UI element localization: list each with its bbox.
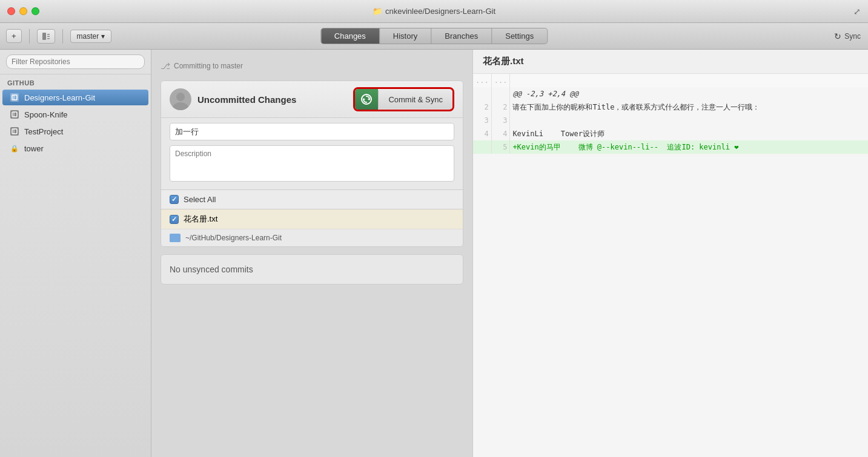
sidebar-item-spoon-knife[interactable]: Spoon-Knife (2, 107, 148, 122)
tab-settings[interactable]: Settings (492, 28, 547, 44)
sync-icon: ↻ (834, 31, 841, 41)
minimize-button[interactable] (19, 7, 27, 15)
commit-header: ⎇ Committing to master (161, 59, 463, 73)
sidebar: GITHUB Designers-Learn-Git (0, 50, 151, 457)
sidebar-icon (42, 33, 50, 40)
book-icon-3 (12, 128, 18, 134)
line-num-right: 4 (491, 127, 510, 140)
table-row: 3 3 (473, 114, 868, 127)
repo-icon-spoon-knife (10, 110, 19, 119)
committing-to-label: Committing to master (174, 62, 243, 70)
file-row: 花名册.txt (161, 209, 463, 229)
table-row: 2 2 请在下面加上你的昵称和Title，或者联系方式什么都行，注意一人一行哦： (473, 100, 868, 114)
line-num-left (473, 87, 491, 100)
commit-description-input[interactable] (170, 145, 454, 182)
folder-path-label: ~/GitHub/Designers-Learn-Git (185, 234, 282, 242)
tab-branches[interactable]: Branches (431, 28, 492, 44)
sync-circle-icon (361, 94, 372, 105)
sync-button[interactable]: ↻ Sync (834, 31, 861, 41)
user-avatar (170, 88, 191, 110)
table-row: ... ... (473, 74, 868, 87)
folder-icon-svg (170, 234, 181, 242)
svg-rect-8 (12, 129, 17, 134)
toolbar: + master ▾ Changes History Branches Sett… (0, 23, 868, 50)
avatar-icon (170, 88, 191, 110)
add-button[interactable]: + (6, 29, 22, 43)
line-num-left: ... (473, 74, 491, 87)
maximize-button[interactable] (31, 7, 39, 15)
repo-icon-designers-learn-git (10, 93, 19, 102)
commit-sync-icon-button[interactable] (355, 89, 378, 110)
svg-point-11 (173, 102, 188, 110)
svg-rect-4 (12, 95, 17, 100)
file-checkbox[interactable] (170, 215, 179, 224)
line-num-left: 2 (473, 100, 491, 114)
filter-repositories-input[interactable] (6, 54, 145, 69)
diff-content: ... ... @@ -2,3 +2,4 @@ 2 2 请在下面加 (473, 74, 868, 457)
uncommitted-title: Uncommitted Changes (197, 94, 347, 105)
line-num-right: 2 (491, 100, 510, 114)
toolbar-tabs: Changes History Branches Settings (320, 28, 548, 44)
folder-icon: 📁 (373, 7, 382, 16)
line-code-added: +Kevin的马甲 微博 @--kevin--li-- 追波ID: kevinl… (510, 140, 868, 154)
sidebar-toggle-button[interactable] (37, 29, 55, 44)
line-num-right: 5 (491, 140, 510, 154)
line-num-left: 3 (473, 114, 491, 127)
sidebar-label-designers-learn-git: Designers-Learn-Git (24, 93, 95, 102)
line-num-left (473, 140, 491, 154)
line-code-separator (510, 74, 868, 87)
commit-message-input[interactable] (170, 123, 454, 140)
table-row: 4 4 KevinLi Tower设计师 (473, 127, 868, 140)
book-icon (12, 94, 18, 100)
svg-rect-16 (170, 234, 174, 237)
uncommitted-section: Uncommitted Changes Comm (161, 81, 463, 247)
svg-rect-3 (47, 38, 50, 39)
line-code-kevinli: KevinLi Tower设计师 (510, 127, 868, 140)
line-num-right: ... (491, 74, 510, 87)
svg-rect-6 (12, 112, 17, 117)
sidebar-item-designers-learn-git[interactable]: Designers-Learn-Git (2, 90, 148, 105)
close-button[interactable] (7, 7, 15, 15)
svg-marker-13 (368, 98, 369, 100)
svg-rect-0 (42, 33, 46, 40)
line-num-left: 4 (473, 127, 491, 140)
window-title: 📁 cnkevinlee/Designers-Learn-Git (373, 7, 495, 16)
select-all-label[interactable]: Select All (184, 195, 216, 204)
titlebar-right: ⤢ (853, 7, 861, 16)
toolbar-divider-2 (62, 29, 63, 44)
sidebar-label-tower: tower (24, 144, 44, 153)
content-area: ⎇ Committing to master Uncommitted Chang… (151, 50, 868, 457)
branch-selector[interactable]: master ▾ (70, 30, 111, 43)
titlebar: 📁 cnkevinlee/Designers-Learn-Git ⤢ (0, 0, 868, 23)
select-all-checkbox[interactable] (170, 195, 179, 204)
line-code-blank (510, 114, 868, 127)
tab-history[interactable]: History (380, 28, 431, 44)
table-row: 5 +Kevin的马甲 微博 @--kevin--li-- 追波ID: kevi… (473, 140, 868, 154)
sidebar-filter (0, 50, 151, 74)
resize-icon: ⤢ (853, 7, 861, 16)
svg-rect-1 (47, 34, 50, 35)
uncommitted-header: Uncommitted Changes Comm (161, 81, 463, 118)
main-layout: GITHUB Designers-Learn-Git (0, 50, 868, 457)
toolbar-left: + master ▾ (6, 29, 111, 44)
line-code-meta: @@ -2,3 +2,4 @@ (510, 87, 868, 100)
no-unsynced-label: No unsynced commits (170, 265, 253, 274)
svg-marker-14 (363, 98, 365, 100)
commit-sync-text-button[interactable]: Commit & Sync (378, 90, 452, 109)
file-name-label: 花名册.txt (184, 214, 217, 225)
sidebar-label-spoon-knife: Spoon-Knife (24, 110, 68, 119)
line-num-right (491, 87, 510, 100)
repo-icon-test-project (10, 127, 19, 136)
tab-changes[interactable]: Changes (321, 28, 380, 44)
diff-filename-header: 花名册.txt (473, 50, 868, 74)
folder-row: ~/GitHub/Designers-Learn-Git (161, 229, 463, 246)
line-num-right: 3 (491, 114, 510, 127)
commit-header-icon: ⎇ (161, 61, 170, 71)
sidebar-item-tower[interactable]: 🔒 tower (2, 140, 148, 156)
line-code-normal: 请在下面加上你的昵称和Title，或者联系方式什么都行，注意一人一行哦： (510, 100, 868, 114)
sidebar-item-test-project[interactable]: TestProject (2, 123, 148, 139)
diff-panel: 花名册.txt ... ... @@ -2,3 +2,4 @@ (472, 50, 868, 457)
diff-table: ... ... @@ -2,3 +2,4 @@ 2 2 请在下面加 (473, 74, 868, 154)
table-row: @@ -2,3 +2,4 @@ (473, 87, 868, 100)
book-icon-2 (12, 111, 18, 117)
